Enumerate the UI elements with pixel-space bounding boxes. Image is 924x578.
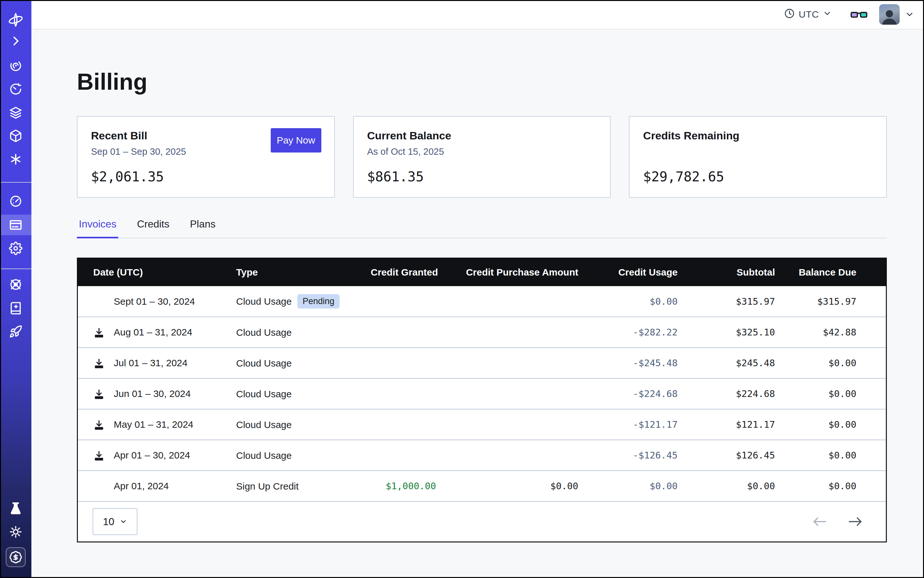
main-content: Billing Recent Bill Sep 01 – Sep 30, 202…	[31, 29, 924, 578]
guide-book-icon[interactable]	[0, 298, 31, 318]
timezone-label: UTC	[799, 9, 819, 20]
invoice-date: Jun 01 – 30, 2024	[114, 388, 191, 399]
history-icon[interactable]	[0, 79, 31, 99]
invoice-row: Jul 01 – 31, 2024 Cloud Usage -$245.48 $…	[78, 347, 886, 378]
balance-due-value: $0.00	[775, 409, 886, 440]
download-icon	[93, 388, 105, 400]
subtotal-value: $325.10	[678, 317, 775, 347]
credits-remaining-amount: $29,782.65	[643, 169, 873, 185]
invoice-row: Jun 01 – 30, 2024 Cloud Usage -$224.68 $…	[78, 378, 886, 409]
column-header-type: Type	[236, 258, 371, 286]
credit-purchase-value	[436, 378, 578, 409]
tab-credits[interactable]: Credits	[135, 218, 171, 239]
balance-due-value: $0.00	[775, 471, 886, 502]
current-balance-amount: $861.35	[367, 169, 597, 185]
invoice-type: Cloud Usage	[236, 358, 292, 369]
card-subtitle: As of Oct 15, 2025	[367, 146, 597, 157]
wheel-icon[interactable]	[0, 274, 31, 295]
rocket-icon[interactable]	[0, 321, 31, 342]
download-invoice-button[interactable]	[93, 450, 114, 461]
next-page-button[interactable]	[848, 516, 863, 527]
column-header-credit-granted: Credit Granted	[371, 258, 436, 286]
table-pagination: 10	[78, 502, 886, 541]
download-icon	[93, 450, 105, 461]
asterisk-icon[interactable]	[0, 149, 31, 169]
download-invoice-button[interactable]	[93, 326, 114, 338]
card-title: Credits Remaining	[643, 130, 873, 142]
user-avatar[interactable]	[879, 4, 900, 25]
timezone-selector[interactable]: UTC	[784, 8, 832, 21]
invoice-date: Aug 01 – 31, 2024	[114, 327, 192, 338]
invoice-date: Apr 01 – 30, 2024	[114, 450, 190, 460]
credits-remaining-card: Credits Remaining $29,782.65	[629, 116, 887, 198]
download-invoice-button[interactable]	[93, 419, 114, 430]
download-invoice-button[interactable]	[93, 357, 114, 369]
credit-granted-value	[371, 347, 436, 378]
status-badge: Pending	[297, 294, 339, 308]
invoice-type: Cloud Usage	[236, 296, 292, 307]
credit-purchase-value	[436, 440, 578, 471]
download-invoice-button[interactable]	[93, 388, 114, 400]
cube-icon[interactable]	[0, 126, 31, 146]
download-icon	[93, 419, 105, 430]
subtotal-value: $0.00	[678, 471, 775, 502]
card-title: Current Balance	[367, 130, 597, 142]
tab-plans[interactable]: Plans	[188, 218, 218, 239]
gear-icon[interactable]	[0, 238, 31, 258]
credit-purchase-value	[436, 347, 578, 378]
credit-usage-value: -$282.22	[578, 317, 678, 347]
invoice-row: Sept 01 – 30, 2024 Cloud UsagePending $0…	[78, 286, 886, 317]
pay-now-button[interactable]: Pay Now	[271, 128, 322, 153]
page-size-select[interactable]: 10	[93, 508, 138, 535]
column-header-balance-due: Balance Due	[775, 258, 886, 286]
invoice-date: Apr 01, 2024	[114, 481, 169, 491]
account-menu-chevron[interactable]	[905, 10, 914, 19]
invoice-row: Apr 01 – 30, 2024 Cloud Usage -$126.45 $…	[78, 440, 886, 471]
invoice-date: Jul 01 – 31, 2024	[114, 357, 187, 368]
clock-icon	[784, 8, 795, 21]
balance-due-value: $0.00	[775, 347, 886, 378]
credit-usage-value: -$126.45	[578, 440, 678, 471]
column-header-credit-purchase-amount: Credit Purchase Amount	[436, 258, 578, 286]
chevron-down-icon	[120, 518, 127, 526]
tab-invoices[interactable]: Invoices	[77, 218, 118, 239]
download-icon	[93, 357, 105, 369]
recent-bill-amount: $2,061.35	[91, 169, 321, 185]
credit-purchase-value	[436, 409, 578, 440]
subtotal-value: $224.68	[678, 378, 775, 409]
usage-gauge-icon[interactable]	[0, 191, 31, 211]
table-header-row: Date (UTC) Type Credit Granted Credit Pu…	[78, 258, 886, 286]
invoices-table-container: Date (UTC) Type Credit Granted Credit Pu…	[77, 258, 887, 542]
credit-usage-value: $0.00	[578, 471, 678, 502]
credit-granted-value	[371, 317, 436, 347]
subtotal-value: $126.45	[678, 440, 775, 471]
sun-icon[interactable]	[0, 521, 31, 542]
invoice-table-body: Sept 01 – 30, 2024 Cloud UsagePending $0…	[78, 286, 886, 502]
sidebar	[0, 0, 31, 578]
credits-badge-icon	[6, 547, 26, 567]
credit-usage-value: $0.00	[578, 286, 678, 317]
app-logo-icon[interactable]	[0, 10, 31, 30]
layers-icon[interactable]	[0, 102, 31, 123]
previous-page-button[interactable]	[812, 516, 827, 527]
card-subtitle	[643, 146, 873, 157]
column-header-date: Date (UTC)	[78, 258, 236, 286]
sidebar-divider	[0, 182, 31, 183]
sidebar-item-billing[interactable]	[0, 215, 31, 235]
column-header-credit-usage: Credit Usage	[578, 258, 678, 286]
invoice-date: May 01 – 31, 2024	[114, 419, 193, 430]
flask-icon[interactable]	[0, 498, 31, 519]
glasses-icon[interactable]	[850, 8, 867, 21]
sidebar-expand-button[interactable]	[0, 31, 31, 51]
balance-due-value: $0.00	[775, 378, 886, 409]
observe-icon[interactable]	[0, 55, 31, 76]
credit-usage-value: -$224.68	[578, 378, 678, 409]
invoice-row: Apr 01, 2024 Sign Up Credit $1,000.00 $0…	[78, 471, 886, 502]
subtotal-value: $121.17	[678, 409, 775, 440]
credit-purchase-value	[436, 317, 578, 347]
current-balance-card: Current Balance As of Oct 15, 2025 $861.…	[353, 116, 611, 198]
credit-purchase-value: $0.00	[436, 471, 578, 502]
credits-badge-button[interactable]	[0, 545, 31, 570]
sidebar-divider	[0, 268, 31, 269]
credit-granted-value	[371, 286, 436, 317]
